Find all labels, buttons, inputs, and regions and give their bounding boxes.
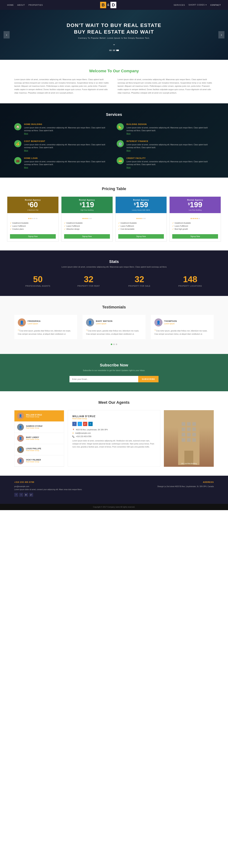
footer-address: Shangri-La 2nd street 4633 50 Ave, Lloyd… xyxy=(118,485,214,488)
nav-services[interactable]: SERVICES xyxy=(174,4,185,6)
stat-number-2: 32 xyxy=(116,275,163,284)
agent-list-item-2[interactable]: 👤 MARY LINDEY Real Estate Group xyxy=(14,433,64,444)
subscribe-button[interactable]: SUBSCRIBE xyxy=(138,376,158,382)
agent-list-item-4[interactable]: 👤 VICKY PALMIER Real Estate Group xyxy=(14,455,64,467)
pricing-price-3: $199 xyxy=(172,201,219,209)
service-item-building-design: 📐 BUILDING DESIGN Lorem ipsum dolor sit … xyxy=(117,123,214,135)
pricing-sub-0: 2 Bedroom Flat xyxy=(9,209,56,211)
gplus-icon[interactable]: g+ xyxy=(83,422,87,426)
linkedin-icon[interactable]: in xyxy=(88,422,92,426)
service-link-building-design[interactable]: More xyxy=(126,133,130,134)
author-name-0: FREDERIKA xyxy=(28,320,41,322)
pricing-signup-button-3[interactable]: Signup Now xyxy=(172,234,218,239)
hero-dot-1[interactable] xyxy=(109,50,112,51)
hero-next-button[interactable]: › xyxy=(218,31,224,38)
agent-list-item-0[interactable]: 👤 WILLIAM D'CRUZ Real Estate Group xyxy=(14,410,64,422)
location-icon: 📍 xyxy=(72,429,74,431)
author-name-1: MARY WATSON xyxy=(96,320,112,322)
nav-shortcodes[interactable]: SHORT CODES ▾ xyxy=(188,4,206,6)
service-link-interest-finance[interactable]: More xyxy=(126,150,130,152)
agent-avatar-3: 👤 xyxy=(17,446,24,453)
building-svg: 199 Low Rise Building xyxy=(167,411,210,465)
hero-dot-2[interactable] xyxy=(113,50,115,51)
pricing-header-0: Rental Agency $60 2 Bedroom Flat xyxy=(7,197,59,213)
agent-list-item-1[interactable]: 👤 SANRICK D'CRUZ Real Estate Group xyxy=(14,422,64,433)
nav-left: HOME ABOUT PROPERTIES xyxy=(7,4,43,6)
nav-contact[interactable]: CONTACT xyxy=(211,4,221,6)
service-text-home-loan: HOME LOAN Lorem ipsum dolor sit amet, co… xyxy=(24,157,111,169)
service-desc-interest-finance: Lorem ipsum dolor sit amet, consectetur … xyxy=(126,143,214,149)
service-link-home-loan[interactable]: More xyxy=(24,166,28,168)
pricing-card-1: Rental Agency $119 High Rise Building ★★… xyxy=(61,196,113,242)
testimonial-grid: 👤 FREDERIKA Lorem Ipsum Cras tortor ipsu… xyxy=(14,315,214,339)
subscribe-section: Subscribe Now Subscribe to our newslette… xyxy=(0,354,228,391)
pricing-signup-button-2[interactable]: Signup Now xyxy=(118,234,164,239)
svg-rect-2 xyxy=(187,422,191,426)
twitter-icon[interactable]: t xyxy=(78,422,82,426)
footer-left: +310 233 455 6789 pro@example.com Lorem … xyxy=(14,481,110,498)
agent-social-icons: f t g+ in xyxy=(72,422,156,426)
service-link-home-building[interactable]: More xyxy=(24,133,28,134)
pricing-body-0: ★★★★★ Installment AvailableLoans Fulfill… xyxy=(7,213,59,241)
phone-icon: 📞 xyxy=(72,436,74,437)
service-title-home-building: HOME BUILDING xyxy=(24,123,111,125)
footer-address-label: ADDRESS xyxy=(118,481,214,483)
service-desc-home-loan: Lorem ipsum dolor sit amet, consectetur … xyxy=(24,160,111,166)
feature: Loans Fulfillment xyxy=(172,224,218,227)
agent-phone: +010 233 455 6789 xyxy=(76,436,91,437)
footer-gplus-icon[interactable]: g+ xyxy=(29,493,33,497)
agent-group-0: Real Estate Group xyxy=(26,416,42,418)
agent-description: Lorem ipsum dolor sit amet, consectetur … xyxy=(72,439,156,448)
t-dot-2[interactable] xyxy=(113,344,115,345)
agent-info-1: SANRICK D'CRUZ Real Estate Group xyxy=(26,425,43,429)
agent-group-4: Real Estate Group xyxy=(26,461,41,463)
stat-label-0: PROFESSIONAL AGENTS xyxy=(14,285,62,287)
t-dot-3[interactable] xyxy=(116,344,117,345)
services-grid: 🏠 HOME BUILDING Lorem ipsum dolor sit am… xyxy=(14,123,214,169)
service-text-credit-facility: CREDIT FACILITY Lorem ipsum dolor sit am… xyxy=(126,157,214,169)
agents-list: 👤 WILLIAM D'CRUZ Real Estate Group 👤 SAN… xyxy=(14,410,64,467)
testimonials-section: Testimonials 👤 FREDERIKA Lorem Ipsum Cra… xyxy=(0,296,228,354)
pricing-signup-button-0[interactable]: Signup Now xyxy=(10,234,56,239)
testimonial-quote-1: Cras tortor ipsum, gravida vitae finibus… xyxy=(86,329,142,335)
pricing-stars-2: ★★★★★ xyxy=(118,217,164,220)
footer-youtube-icon[interactable]: ▶ xyxy=(24,493,28,497)
pricing-signup-button-1[interactable]: Signup Now xyxy=(64,234,110,239)
stat-number-1: 32 xyxy=(65,275,112,284)
feature: Cost demandable xyxy=(118,227,164,230)
t-dot-1[interactable] xyxy=(111,344,112,345)
nav-properties[interactable]: PROPERTIES xyxy=(29,4,43,6)
service-desc-home-building: Lorem ipsum dolor sit amet, consectetur … xyxy=(24,126,111,132)
agent-email: mail@example.com xyxy=(75,432,91,434)
service-title-building-design: BUILDING DESIGN xyxy=(126,123,214,125)
service-link-credit-facility[interactable]: More xyxy=(126,166,130,168)
pricing-features-2: Installment AvailableLoans FulfillmentCo… xyxy=(118,221,164,230)
testimonial-quote-2: Cras tortor ipsum, gravida vitae finibus… xyxy=(154,329,210,335)
footer-desc: Lorem ipsum dolor sit amet, consect your… xyxy=(14,488,110,491)
nav-home[interactable]: HOME xyxy=(7,4,14,6)
author-role-0: Lorem Ipsum xyxy=(28,323,38,325)
service-item-cost-beneficent: 💰 COST BENEFICENT Lorem ipsum dolor sit … xyxy=(14,140,111,152)
stat-label-2: PROPERTY FOR SALE xyxy=(116,285,163,287)
service-link-cost-beneficent[interactable]: More xyxy=(24,150,28,152)
feature: Loans Fulfillment xyxy=(10,224,56,227)
nav-about[interactable]: ABOUT xyxy=(17,4,25,6)
hero-prev-button[interactable]: ‹ xyxy=(4,31,10,38)
feature: Installment Available xyxy=(64,221,110,224)
subscribe-email-input[interactable] xyxy=(70,376,138,382)
navigation: HOME ABOUT PROPERTIES B & D SERVICES SHO… xyxy=(0,0,228,10)
footer-facebook-icon[interactable]: f xyxy=(14,493,18,497)
service-desc-building-design: Lorem ipsum dolor sit amet, consectetur … xyxy=(126,126,214,132)
feature: Loans Fulfillment xyxy=(64,224,110,227)
agent-list-item-3[interactable]: 👤 LOUIS PHILLIPE Real Estate Group xyxy=(14,444,64,455)
svg-rect-11 xyxy=(187,438,191,442)
footer-twitter-icon[interactable]: t xyxy=(19,493,23,497)
agent-address-row: 📍 4633 50 Ave, Lloydminster, SK S9V 0P4 xyxy=(72,429,156,431)
author-name-2: THOMPSON xyxy=(164,320,177,322)
facebook-icon[interactable]: f xyxy=(72,422,77,426)
hero-dot-3[interactable] xyxy=(116,50,119,51)
svg-rect-12 xyxy=(192,438,196,442)
agent-email-row: ✉ mail@example.com xyxy=(72,432,156,434)
feature: Installment Available xyxy=(118,221,164,224)
pricing-sub-2: Luxury House With 3BHK xyxy=(118,209,164,211)
